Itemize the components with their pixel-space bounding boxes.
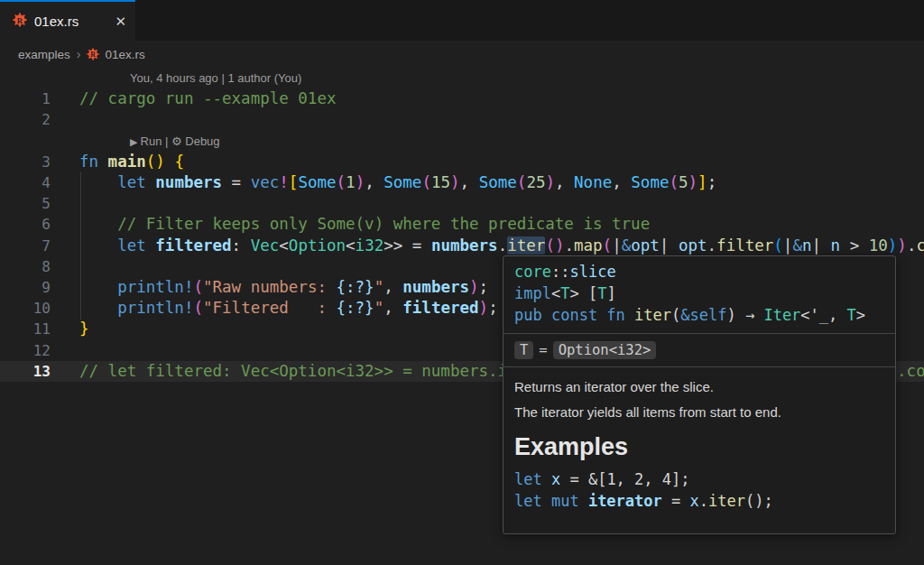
breadcrumb-file[interactable]: 01ex.rs: [105, 48, 144, 61]
code-token: |: [812, 236, 831, 255]
hover-tooltip: core::sliceimpl<T> [T]pub const fn iter(…: [503, 255, 896, 534]
breadcrumb-folder[interactable]: examples: [18, 48, 70, 61]
code-line-3[interactable]: 3fn main() {: [0, 152, 924, 172]
generic-param-chip: T: [514, 341, 533, 359]
code-token: pub const fn: [514, 306, 634, 324]
code-token: [: [289, 173, 299, 191]
close-icon[interactable]: ✕: [115, 14, 126, 28]
gear-icon: ⚙: [171, 134, 185, 148]
code-token: ;: [707, 173, 717, 191]
code-line-content[interactable]: println!("Filtered : {:?}", filtered);: [79, 298, 498, 319]
hover-example-line-1: let x = &[1, 2, 4];: [514, 468, 884, 490]
code-line-6[interactable]: 6 // Filter keeps only Some(v) where the…: [0, 214, 924, 235]
code-token: [79, 278, 117, 296]
code-token: filter: [716, 236, 773, 255]
line-number: 12: [0, 342, 51, 359]
code-line-content[interactable]: println!("Raw numbers: {:?}", numbers);: [79, 277, 488, 298]
code-token: numbers: [155, 173, 222, 191]
code-line-5[interactable]: 5: [0, 193, 924, 214]
code-token: {:?}: [337, 278, 374, 296]
run-codelens-link[interactable]: Run: [141, 134, 162, 148]
hover-signature-line-3: pub const fn iter(&self) → Iter<'_, T>: [514, 304, 884, 326]
code-token: (: [421, 173, 431, 191]
code-token: 1: [346, 173, 356, 191]
code-line-content[interactable]: let filtered: Vec<Option<i32>> = numbers…: [79, 236, 924, 256]
code-line-7[interactable]: 7 let filtered: Vec<Option<i32>> = numbe…: [0, 236, 924, 256]
code-token: let mut: [514, 492, 588, 510]
code-line-content[interactable]: // cargo run --example 01ex: [79, 88, 336, 109]
code-token: collect: [916, 236, 924, 255]
code-token: =: [662, 492, 690, 510]
codelens-divider: |: [162, 134, 171, 148]
code-token: n: [802, 236, 812, 255]
code-token: [165, 153, 175, 171]
code-token: |: [660, 236, 679, 255]
hover-documentation: Returns an iterator over the slice. The …: [504, 367, 895, 521]
code-token: Vec: [251, 236, 280, 255]
tab-bar: R 01ex.rs ✕: [0, 0, 924, 41]
breadcrumb: examples › R 01ex.rs: [0, 41, 924, 68]
code-token: ): [479, 299, 489, 317]
code-token: .: [498, 236, 508, 255]
code-token: !: [279, 173, 289, 191]
code-token: filtered: [402, 299, 478, 317]
code-token: ]: [698, 173, 707, 191]
code-token: map: [574, 236, 603, 255]
code-token: n: [831, 236, 841, 255]
blame-annotation[interactable]: You, 4 hours ago | 1 author (You): [79, 71, 301, 85]
code-token: .: [564, 236, 574, 255]
code-token: ": [374, 299, 384, 317]
code-line-content[interactable]: let numbers = vec![Some(1), Some(15), So…: [79, 172, 716, 193]
code-token: (: [193, 299, 203, 317]
code-token: 5: [679, 173, 688, 191]
code-token: println!: [117, 278, 193, 296]
hover-examples-heading: Examples: [514, 433, 884, 461]
code-token: ) →: [726, 306, 763, 324]
code-token: <: [279, 236, 289, 255]
code-token: >: [840, 236, 869, 255]
code-token: <'_,: [800, 306, 846, 324]
code-token: iterator: [588, 492, 662, 510]
code-token: ,: [460, 173, 479, 191]
codelens-blame[interactable]: You, 4 hours ago | 1 author (You): [0, 68, 924, 88]
code-token: |: [783, 236, 793, 255]
code-token: (: [671, 306, 680, 324]
play-icon: ▶: [130, 136, 141, 147]
code-token: None: [574, 173, 612, 191]
code-token: &: [622, 236, 632, 255]
generic-value-chip: Option<i32>: [553, 341, 657, 359]
code-token: .: [907, 236, 917, 255]
code-token: (): [146, 153, 165, 171]
line-number: 7: [0, 237, 51, 255]
code-line-content[interactable]: fn main() {: [79, 152, 184, 172]
rust-file-icon: R: [87, 48, 99, 60]
code-token: x: [690, 492, 699, 510]
code-token: ,: [555, 173, 574, 191]
debug-codelens-link[interactable]: Debug: [185, 134, 219, 148]
code-token: Iter: [763, 306, 800, 324]
code-token: ,: [383, 299, 402, 317]
code-line-4[interactable]: 4 let numbers = vec![Some(1), Some(15), …: [0, 172, 924, 193]
code-token: i32: [356, 236, 384, 255]
code-token: opt: [679, 236, 707, 255]
rust-file-icon: R: [13, 13, 27, 31]
code-token: (: [773, 236, 783, 255]
line-number: 6: [0, 216, 51, 233]
codelens-run-debug[interactable]: ▶ Run | ⚙ Debug: [0, 131, 924, 152]
line-number: 9: [0, 279, 51, 296]
code-token: [79, 236, 117, 255]
code-line-content[interactable]: // Filter keeps only Some(v) where the p…: [79, 214, 650, 235]
line-number: 3: [0, 153, 51, 171]
code-line-content[interactable]: }: [79, 319, 89, 339]
code-token: &self: [680, 306, 726, 324]
code-token: iter: [634, 306, 671, 324]
tab-01ex[interactable]: R 01ex.rs ✕: [0, 0, 135, 41]
code-line-1[interactable]: 1// cargo run --example 01ex: [0, 88, 924, 109]
line-number: 11: [0, 320, 51, 338]
code-token: let: [117, 173, 155, 191]
code-token: =: [222, 173, 251, 191]
code-token: .: [707, 236, 717, 255]
hover-description-2: The iterator yields all items from start…: [514, 404, 884, 420]
code-token: T: [847, 306, 856, 324]
code-line-2[interactable]: 2: [0, 109, 924, 130]
